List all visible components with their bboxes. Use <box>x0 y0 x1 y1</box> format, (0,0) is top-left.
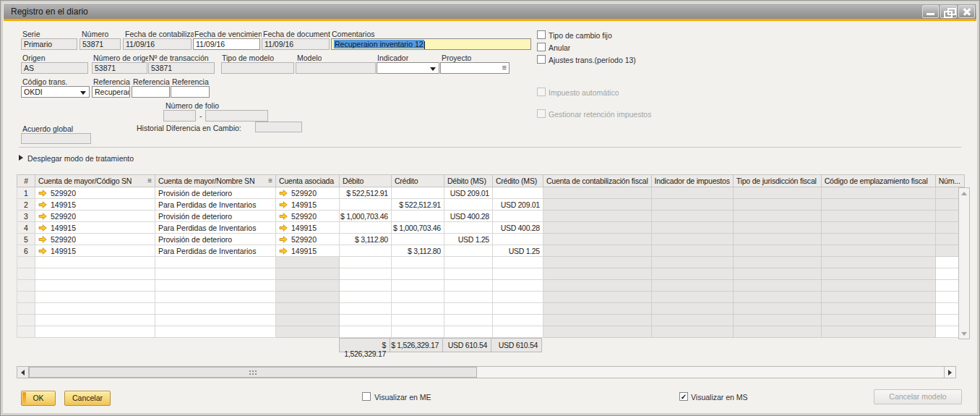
cell-cuenta_nombre[interactable] <box>155 280 276 292</box>
cell-debito_ms[interactable] <box>444 280 492 292</box>
cell-cuenta_nombre[interactable]: Para Perdidas de Inventarios <box>155 199 276 211</box>
cell-credito_ms[interactable]: USD 1.25 <box>492 245 543 257</box>
link-arrow-icon[interactable] <box>279 224 288 232</box>
cell-credito_ms[interactable] <box>492 315 543 326</box>
cell-cuenta_nombre[interactable] <box>155 292 276 303</box>
cell-credito[interactable] <box>391 257 444 268</box>
cell-debito[interactable] <box>340 245 392 257</box>
cell-debito_ms[interactable] <box>444 315 492 326</box>
cell-cuenta_codigo[interactable] <box>35 303 155 315</box>
cell-debito[interactable] <box>340 199 392 211</box>
expander-arrow-icon[interactable] <box>19 155 23 161</box>
column-menu-icon[interactable] <box>268 177 272 184</box>
cell-debito_ms[interactable] <box>444 257 492 268</box>
cell-debito[interactable]: $ 1,000,703.46 <box>340 211 392 222</box>
cell-debito_ms[interactable] <box>444 292 492 303</box>
cell-credito_ms[interactable] <box>492 234 543 245</box>
cell-debito_ms[interactable] <box>444 222 492 234</box>
cell-cuenta_nombre[interactable]: Para Perdidas de Inventarios <box>155 245 276 257</box>
scroll-down-button[interactable] <box>959 328 969 339</box>
link-arrow-icon[interactable] <box>279 247 288 255</box>
link-arrow-icon[interactable] <box>279 190 288 197</box>
cell-credito_ms[interactable] <box>492 211 543 222</box>
cell-credito[interactable] <box>391 303 444 315</box>
cell-credito_ms[interactable] <box>492 326 543 338</box>
cell-cuenta_codigo[interactable]: 149915 <box>35 222 155 234</box>
link-arrow-icon[interactable] <box>279 236 288 243</box>
cell-cuenta_nombre[interactable] <box>155 303 276 315</box>
cell-debito[interactable]: $ 522,512.91 <box>340 187 392 199</box>
minimize-button[interactable] <box>922 5 939 18</box>
fecha-vencimiento-field[interactable]: 11/09/16 <box>193 38 260 50</box>
cell-debito[interactable] <box>340 292 392 303</box>
referencia2-field[interactable] <box>132 86 170 98</box>
link-arrow-icon[interactable] <box>38 224 47 232</box>
cell-debito_ms[interactable] <box>444 303 492 315</box>
referencia3-field[interactable] <box>171 86 210 98</box>
column-menu-icon[interactable] <box>147 177 152 184</box>
scroll-left-button[interactable] <box>17 367 29 378</box>
choose-from-list-icon[interactable] <box>502 63 507 72</box>
cell-credito_ms[interactable]: USD 209.01 <box>492 199 543 211</box>
link-arrow-icon[interactable] <box>38 236 47 243</box>
cell-cuenta_codigo[interactable] <box>35 326 155 338</box>
cell-cuenta_codigo[interactable] <box>35 292 155 303</box>
cell-debito_ms[interactable]: USD 209.01 <box>444 187 492 199</box>
visualizar-ms-checkbox[interactable] <box>679 392 688 401</box>
cell-credito[interactable] <box>391 187 444 199</box>
cell-cuenta_nombre[interactable] <box>155 268 276 280</box>
cell-debito[interactable] <box>340 326 392 338</box>
cell-cuenta_codigo[interactable] <box>35 268 155 280</box>
restore-button[interactable] <box>940 5 957 18</box>
anular-checkbox[interactable] <box>537 43 546 51</box>
scroll-right-button[interactable] <box>944 367 955 378</box>
link-arrow-icon[interactable] <box>279 213 288 220</box>
cell-credito[interactable] <box>391 326 444 338</box>
cell-credito_ms[interactable] <box>492 257 543 268</box>
horizontal-scrollbar[interactable] <box>17 366 956 378</box>
cell-credito_ms[interactable]: USD 400.28 <box>492 222 543 234</box>
cell-cuenta_nombre[interactable] <box>155 315 276 326</box>
cell-cuenta_asociada[interactable]: 149915 <box>276 245 340 257</box>
cell-cuenta_nombre[interactable] <box>155 257 276 268</box>
cell-credito[interactable] <box>391 280 444 292</box>
cell-cuenta_codigo[interactable] <box>35 280 155 292</box>
link-arrow-icon[interactable] <box>38 247 47 255</box>
cell-cuenta_codigo[interactable]: 529920 <box>35 187 155 199</box>
cell-cuenta_nombre[interactable] <box>155 326 276 338</box>
cell-debito[interactable] <box>340 257 392 268</box>
cell-debito[interactable]: $ 3,112.80 <box>340 234 392 245</box>
link-arrow-icon[interactable] <box>279 201 288 208</box>
link-arrow-icon[interactable] <box>38 201 47 208</box>
scroll-up-button[interactable] <box>959 188 969 198</box>
cell-debito_ms[interactable] <box>444 245 492 257</box>
cell-credito[interactable] <box>391 268 444 280</box>
cell-credito[interactable]: $ 522,512.91 <box>391 199 444 211</box>
cell-debito_ms[interactable]: USD 400.28 <box>444 211 492 222</box>
cell-credito_ms[interactable] <box>492 303 543 315</box>
cell-debito[interactable] <box>340 315 392 326</box>
cell-debito_ms[interactable] <box>444 268 492 280</box>
proyecto-field[interactable] <box>440 62 510 74</box>
cell-credito_ms[interactable] <box>492 268 543 280</box>
tipo-cambio-fijo-checkbox[interactable] <box>537 30 546 39</box>
codigo-trans-dropdown[interactable]: OKDI <box>21 86 90 98</box>
cell-debito_ms[interactable] <box>444 326 492 338</box>
cell-cuenta_nombre[interactable]: Provisión de deterioro <box>155 234 276 245</box>
cell-debito_ms[interactable] <box>444 199 492 211</box>
cell-cuenta_nombre[interactable]: Provisión de deterioro <box>155 211 276 222</box>
cell-cuenta_nombre[interactable]: Provisión de deterioro <box>155 187 276 199</box>
link-arrow-icon[interactable] <box>38 213 47 220</box>
ajustes-trans-checkbox[interactable] <box>537 55 546 64</box>
ok-button[interactable]: OK <box>21 391 56 406</box>
cell-credito_ms[interactable] <box>492 187 543 199</box>
scrollbar-thumb[interactable] <box>29 367 477 378</box>
cell-credito_ms[interactable] <box>492 280 543 292</box>
cell-cuenta_asociada[interactable]: 529920 <box>276 211 340 222</box>
cell-cuenta_asociada[interactable]: 149915 <box>276 199 340 211</box>
visualizar-me-checkbox[interactable] <box>362 392 371 401</box>
cell-cuenta_codigo[interactable]: 529920 <box>35 234 155 245</box>
cell-debito[interactable] <box>340 268 392 280</box>
cell-cuenta_codigo[interactable]: 149915 <box>35 245 155 257</box>
cancel-button[interactable]: Cancelar <box>64 391 111 406</box>
